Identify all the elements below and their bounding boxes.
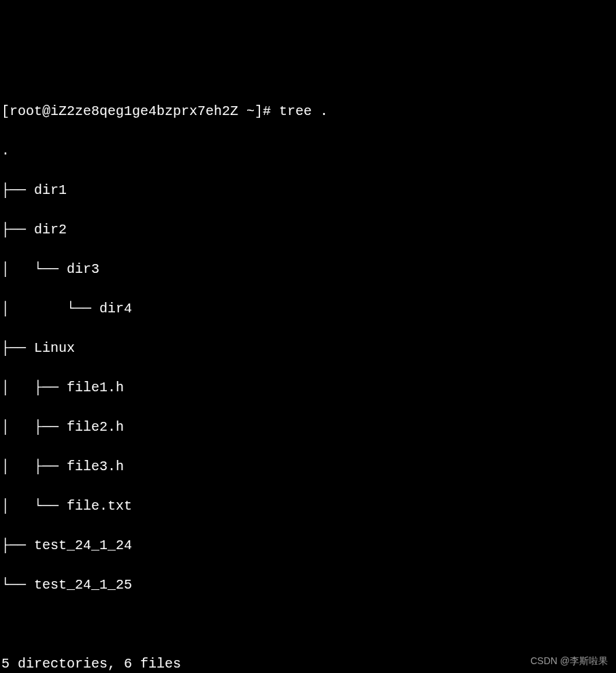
tree-item: │ └── dir3 [1, 259, 615, 279]
tree-summary: 5 directories, 6 files [1, 654, 615, 673]
tree-item: ├── dir2 [1, 220, 615, 240]
command-text: tree . [279, 103, 328, 119]
terminal-output: [root@iZ2ze8qeg1ge4bzprx7eh2Z ~]# tree .… [1, 82, 615, 673]
tree-item: └── test_24_1_25 [1, 575, 615, 595]
tree-item: │ ├── file1.h [1, 378, 615, 397]
watermark-text: CSDN @李斯啦果 [530, 655, 608, 666]
tree-item: ├── Linux [1, 338, 615, 358]
watermark: CSDN @李斯啦果 [530, 654, 608, 668]
tree-item: │ └── dir4 [1, 299, 615, 318]
prompt-line[interactable]: [root@iZ2ze8qeg1ge4bzprx7eh2Z ~]# tree . [1, 101, 615, 121]
blank-line [1, 614, 615, 634]
tree-root: . [1, 141, 615, 161]
tree-item: │ └── file.txt [1, 496, 615, 516]
tree-item: ├── dir1 [1, 180, 615, 200]
tree-item: │ ├── file2.h [1, 417, 615, 437]
shell-prompt: [root@iZ2ze8qeg1ge4bzprx7eh2Z ~]# [1, 103, 279, 119]
tree-item: │ ├── file3.h [1, 457, 615, 476]
tree-item: ├── test_24_1_24 [1, 536, 615, 555]
